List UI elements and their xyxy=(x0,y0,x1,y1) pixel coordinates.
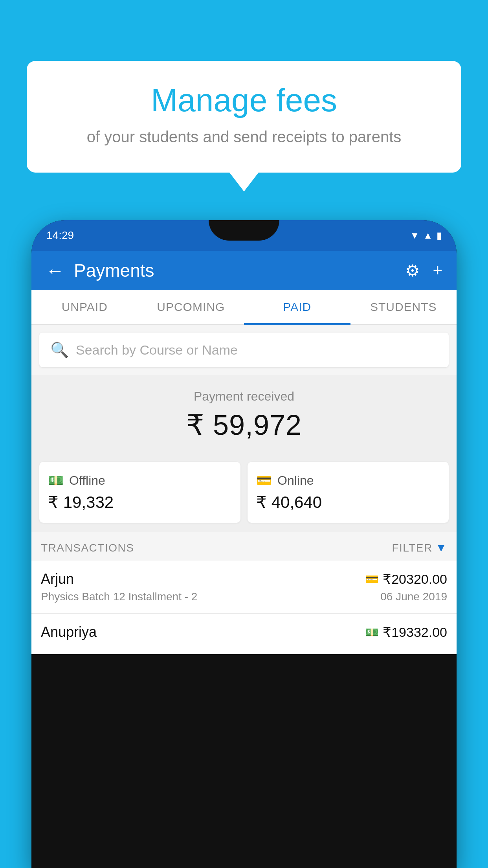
transaction-name: Anupriya xyxy=(41,624,97,640)
app-header-title: Payments xyxy=(74,260,154,281)
tab-paid[interactable]: PAID xyxy=(244,290,350,324)
payment-type-icon: 💳 xyxy=(365,573,379,586)
header-left: ← Payments xyxy=(46,260,154,281)
back-button[interactable]: ← xyxy=(46,260,64,281)
online-amount: ₹ 40,640 xyxy=(256,493,440,512)
offline-label: Offline xyxy=(69,473,105,488)
bubble-subtitle: of your students and send receipts to pa… xyxy=(50,127,438,147)
payment-summary: Payment received ₹ 59,972 xyxy=(31,375,457,452)
payment-received-label: Payment received xyxy=(39,389,449,404)
search-placeholder: Search by Course or Name xyxy=(76,342,238,358)
table-row[interactable]: Arjun 💳 ₹20320.00 Physics Batch 12 Insta… xyxy=(31,561,457,614)
battery-icon: ▮ xyxy=(437,230,442,241)
tab-unpaid[interactable]: UNPAID xyxy=(31,290,138,324)
status-bar: 14:29 ▼ ▲ ▮ xyxy=(31,220,457,251)
table-row[interactable]: Anupriya 💵 ₹19332.00 xyxy=(31,614,457,654)
transaction-bottom: Physics Batch 12 Installment - 2 06 June… xyxy=(41,590,447,603)
header-right: ⚙ + xyxy=(405,261,442,280)
tabs: UNPAID UPCOMING PAID STUDENTS xyxy=(31,290,457,325)
online-card-header: 💳 Online xyxy=(256,473,440,488)
app-header: ← Payments ⚙ + xyxy=(31,251,457,290)
transactions-label: TRANSACTIONS xyxy=(41,542,134,554)
transactions-header: TRANSACTIONS FILTER ▼ xyxy=(31,532,457,561)
offline-icon: 💵 xyxy=(48,473,64,488)
transaction-course: Physics Batch 12 Installment - 2 xyxy=(41,590,197,603)
filter-label: FILTER xyxy=(392,542,432,554)
phone-frame: 14:29 ▼ ▲ ▮ ← Payments ⚙ + UNPAID UPCOMI… xyxy=(31,220,457,868)
payment-type-icon: 💵 xyxy=(365,626,379,639)
transaction-amount-wrap: 💵 ₹19332.00 xyxy=(365,624,447,640)
offline-card: 💵 Offline ₹ 19,332 xyxy=(39,462,240,523)
tab-students[interactable]: STUDENTS xyxy=(350,290,457,324)
online-label: Online xyxy=(277,473,314,488)
transaction-top: Anupriya 💵 ₹19332.00 xyxy=(41,624,447,640)
payment-total-amount: ₹ 59,972 xyxy=(39,408,449,441)
transaction-date: 06 June 2019 xyxy=(380,590,447,603)
online-card: 💳 Online ₹ 40,640 xyxy=(248,462,449,523)
status-time: 14:29 xyxy=(46,229,74,242)
search-icon: 🔍 xyxy=(50,341,69,359)
transaction-amount: ₹19332.00 xyxy=(383,624,447,640)
bubble-title: Manage fees xyxy=(50,83,438,118)
transaction-name: Arjun xyxy=(41,571,74,587)
phone-screen: 🔍 Search by Course or Name Payment recei… xyxy=(31,325,457,654)
settings-icon[interactable]: ⚙ xyxy=(405,261,420,280)
tab-upcoming[interactable]: UPCOMING xyxy=(138,290,244,324)
wifi-icon: ▼ xyxy=(410,230,419,241)
transaction-top: Arjun 💳 ₹20320.00 xyxy=(41,571,447,587)
offline-amount: ₹ 19,332 xyxy=(48,493,232,512)
speech-bubble: Manage fees of your students and send re… xyxy=(27,61,461,173)
signal-icon: ▲ xyxy=(423,230,433,241)
status-icons: ▼ ▲ ▮ xyxy=(410,230,442,241)
filter-icon: ▼ xyxy=(436,542,447,554)
payment-cards: 💵 Offline ₹ 19,332 💳 Online ₹ 40,640 xyxy=(31,452,457,532)
transaction-amount-wrap: 💳 ₹20320.00 xyxy=(365,571,447,587)
search-bar[interactable]: 🔍 Search by Course or Name xyxy=(39,333,449,367)
filter-button[interactable]: FILTER ▼ xyxy=(392,542,447,554)
online-icon: 💳 xyxy=(256,473,272,488)
add-icon[interactable]: + xyxy=(433,261,442,280)
offline-card-header: 💵 Offline xyxy=(48,473,232,488)
transaction-amount: ₹20320.00 xyxy=(383,571,447,587)
